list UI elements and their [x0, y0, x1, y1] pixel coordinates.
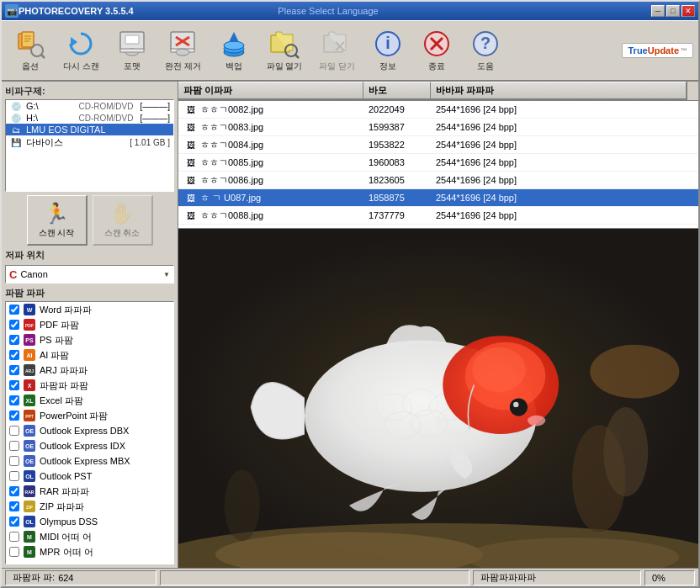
filetype-item[interactable]: PDFPDF 파팜 — [6, 317, 173, 332]
svg-point-90 — [590, 345, 679, 399]
filetype-item[interactable]: OEOutlook Express IDX — [6, 438, 173, 453]
camera-dropdown[interactable]: C Canon ▼ — [5, 265, 174, 283]
filetype-checkbox[interactable] — [9, 532, 19, 542]
filetype-checkbox[interactable] — [9, 426, 19, 436]
scan-start-button[interactable]: 🏃 스캔 시작 — [27, 195, 88, 246]
file-row[interactable]: 🖼ㅎㅎㄱ0083.jpg 1599387 2544*1696 [24 bpp] — [178, 119, 698, 136]
file-cell-size: 1737779 — [363, 209, 431, 221]
filetype-item[interactable]: OEOutlook Express DBX — [6, 423, 173, 438]
format-button[interactable]: 포맷 — [109, 24, 156, 77]
drive-item[interactable]: 💿 H:\ CD-ROM/DVD [———] — [6, 112, 173, 124]
close-file-icon — [322, 29, 353, 59]
info-button[interactable]: i 정보 — [364, 24, 411, 77]
filetype-icon: M — [23, 530, 36, 543]
filetype-icon: OL — [23, 515, 36, 528]
scan-cancel-button[interactable]: ✋ 스캔 취소 — [93, 195, 153, 246]
options-button[interactable]: 옵션 — [7, 24, 54, 77]
help-label: 도움 — [477, 61, 494, 72]
remove-button[interactable]: 완전 제거 — [157, 24, 209, 77]
filetype-checkbox[interactable] — [9, 516, 19, 527]
col-header-name[interactable]: 파팜 이파파 — [178, 82, 363, 100]
file-cell-name: 🖼ㅎ ㄱ U087.jpg — [178, 190, 363, 205]
filetype-item[interactable]: OLOlympus DSS — [6, 514, 173, 529]
filetype-checkbox[interactable] — [9, 456, 19, 466]
filetype-checkbox[interactable] — [9, 335, 19, 345]
maximize-button[interactable]: □ — [666, 5, 680, 17]
filetype-checkbox[interactable] — [9, 471, 19, 481]
drive-item-selected[interactable]: 🗂 LMU EOS DIGITAL — [6, 124, 173, 135]
file-cell-name: 🖼ㅎㅎㄱ0086.jpg — [178, 172, 363, 188]
filetype-item[interactable]: X파팜파 파팜 — [6, 378, 173, 393]
file-cell-size: 1953822 — [363, 139, 431, 151]
file-cell-name: 🖼ㅎㅎㄱ0088.jpg — [178, 208, 363, 223]
filetype-item[interactable]: ZIPZIP 파파파 — [6, 499, 173, 514]
filetype-item[interactable]: AIAI 파팜 — [6, 347, 173, 363]
dropdown-arrow-icon: ▼ — [163, 271, 170, 278]
svg-marker-7 — [71, 37, 77, 47]
drive-item[interactable]: 💿 G:\ CD-ROM/DVD [———] — [6, 100, 173, 112]
filetype-list[interactable]: WWord 파파파PDFPDF 파팜PSPS 파팜AIAI 파팜ARJARJ 파… — [5, 301, 174, 564]
filetype-item[interactable]: MMPR 어떠 어 — [6, 544, 173, 559]
filetype-checkbox[interactable] — [9, 501, 19, 511]
file-row[interactable]: 🖼ㅎㅎㄱ0085.jpg 1960083 2544*1696 [24 bpp] — [178, 154, 698, 172]
jpg-icon: 🖼 — [183, 103, 199, 116]
minimize-button[interactable]: ─ — [651, 5, 665, 17]
col-header-size[interactable]: 바모 — [363, 82, 431, 100]
help-button[interactable]: ? 도움 — [462, 24, 509, 77]
svg-rect-10 — [120, 49, 144, 52]
file-cell-dim: 2544*1696 [24 bpp] — [431, 139, 698, 151]
filetype-checkbox[interactable] — [9, 486, 19, 496]
file-cell-dim: 2544*1696 [24 bpp] — [431, 174, 698, 186]
statusbar: 파팜파 파: 624 파팜파파파파 0% — [2, 568, 698, 586]
filetype-section: 파팜 파파 WWord 파파파PDFPDF 파팜PSPS 파팜AIAI 파팜AR… — [5, 287, 174, 564]
filetype-checkbox[interactable] — [9, 411, 19, 421]
file-row[interactable]: 🖼ㅎㅎㄱ0088.jpg 1737779 2544*1696 [24 bpp] — [178, 207, 698, 225]
rescan-icon — [66, 29, 96, 59]
filetype-checkbox[interactable] — [9, 305, 19, 315]
drive-item[interactable]: 💾 다바이스 [ 1.01 GB ] — [6, 135, 173, 150]
file-row[interactable]: 🖼ㅎㅎㄱ0086.jpg 1823605 2544*1696 [24 bpp] — [178, 172, 698, 189]
filetype-checkbox[interactable] — [9, 365, 19, 375]
filetype-checkbox[interactable] — [9, 350, 19, 360]
filetype-item[interactable]: RARRAR 파파파 — [6, 484, 173, 499]
window-controls: ─ □ ✕ — [651, 5, 695, 17]
filetype-item[interactable]: ARJARJ 파파파 — [6, 363, 173, 378]
open-file-button[interactable]: 파일 열기 — [259, 24, 310, 77]
close-button[interactable]: ✕ — [681, 5, 695, 17]
trueupdate-badge[interactable]: TrueUpdate ™ — [622, 43, 693, 58]
right-panel: 파팜 이파파 바모 바바파 파파파 🖼ㅎㅎㄱ0082.jpg 2022049 2… — [178, 82, 698, 568]
backup-button[interactable]: 백업 — [210, 24, 257, 77]
rescan-button[interactable]: 다시 스캔 — [56, 24, 107, 77]
filetype-item[interactable]: MMIDI 어떠 어 — [6, 529, 173, 544]
open-file-label: 파일 열기 — [267, 61, 303, 72]
filetype-checkbox[interactable] — [9, 441, 19, 451]
filetype-checkbox[interactable] — [9, 547, 19, 557]
filetype-item[interactable]: PSPS 파팜 — [6, 332, 173, 347]
filetype-checkbox[interactable] — [9, 380, 19, 390]
file-cell-size: 1960083 — [363, 156, 431, 168]
filetype-item[interactable]: OLOutlook PST — [6, 469, 173, 484]
file-list-body[interactable]: 🖼ㅎㅎㄱ0082.jpg 2022049 2544*1696 [24 bpp] … — [178, 101, 698, 228]
file-cell-dim: 2544*1696 [24 bpp] — [431, 192, 698, 204]
file-row[interactable]: 🖼ㅎㅎㄱ0089.jpg 1814007 2544*1696 [24 bpp] — [178, 225, 698, 228]
col-header-dim[interactable]: 바바파 파파파 — [431, 82, 687, 100]
filetype-checkbox[interactable] — [9, 320, 19, 330]
filetype-item[interactable]: OEOutlook Express MBX — [6, 453, 173, 469]
file-row[interactable]: 🖼ㅎㅎㄱ0082.jpg 2022049 2544*1696 [24 bpp] — [178, 101, 698, 119]
filetype-checkbox[interactable] — [9, 395, 19, 405]
file-list-header: 파팜 이파파 바모 바바파 파파파 — [178, 82, 698, 101]
filetype-item[interactable]: WWord 파파파 — [6, 302, 173, 317]
file-row[interactable]: 🖼ㅎ ㄱ U087.jpg 1858875 2544*1696 [24 bpp] — [178, 189, 698, 207]
filetype-item[interactable]: XLExcel 파팜 — [6, 393, 173, 408]
close-file-button[interactable]: 파일 닫기 — [311, 24, 363, 77]
svg-text:X: X — [28, 383, 32, 389]
exit-button[interactable]: 종료 — [413, 24, 460, 77]
format-icon — [117, 29, 147, 59]
camera-brand-label: Canon — [20, 269, 47, 279]
drive-list[interactable]: 💿 G:\ CD-ROM/DVD [———] 💿 H:\ CD-ROM/DVD … — [5, 99, 174, 192]
toolbar: 옵션 다시 스캔 포맷 — [2, 20, 698, 82]
filetype-icon: XL — [23, 394, 36, 407]
filetype-icon: OE — [23, 454, 36, 468]
filetype-item[interactable]: PPTPowerPoint 파팜 — [6, 408, 173, 423]
file-row[interactable]: 🖼ㅎㅎㄱ0084.jpg 1953822 2544*1696 [24 bpp] — [178, 136, 698, 154]
